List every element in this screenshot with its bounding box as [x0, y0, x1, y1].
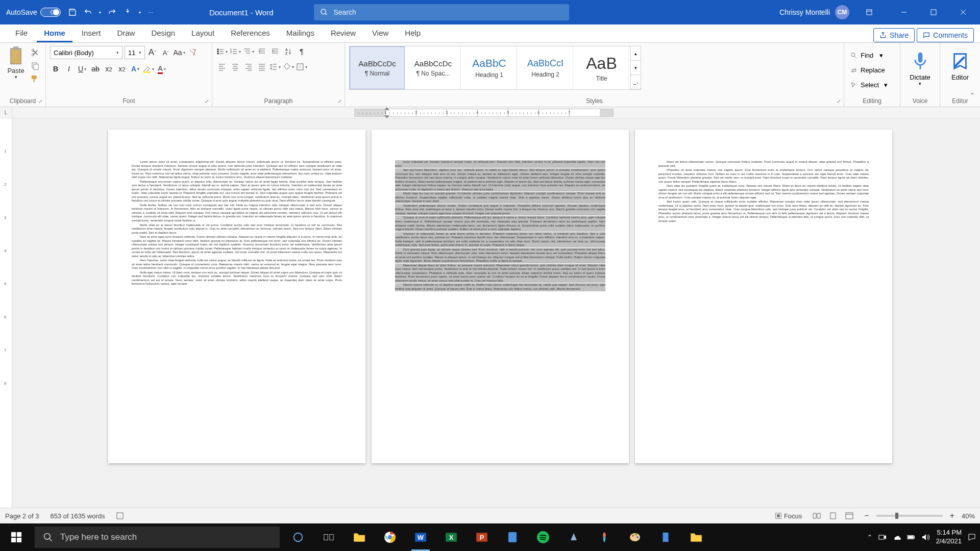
- word-count[interactable]: 653 of 1635 words: [51, 512, 105, 520]
- file-explorer-taskbar[interactable]: [345, 523, 374, 551]
- copy-icon[interactable]: [31, 61, 40, 70]
- zoom-slider[interactable]: [876, 515, 943, 517]
- style-normal[interactable]: AaBbCcDc¶ Normal: [350, 46, 405, 89]
- spell-check-icon[interactable]: [116, 512, 124, 520]
- undo-dropdown[interactable]: ▾: [99, 10, 101, 15]
- notifications-icon[interactable]: [968, 533, 976, 541]
- highlight-button[interactable]: ▾: [143, 63, 154, 74]
- cut-icon[interactable]: [31, 48, 40, 57]
- cortana-icon[interactable]: [284, 523, 312, 551]
- subscript-button[interactable]: x2: [103, 63, 114, 74]
- text-effects-button[interactable]: A▾: [130, 63, 141, 74]
- italic-button[interactable]: I: [63, 63, 75, 74]
- tab-draw[interactable]: Draw: [110, 25, 142, 42]
- web-layout-button[interactable]: [842, 510, 857, 521]
- numbering-button[interactable]: 12▾: [230, 46, 241, 57]
- paste-button[interactable]: Paste ▾: [4, 46, 28, 80]
- shading-button[interactable]: ▾: [283, 61, 294, 72]
- editor-button[interactable]: Editor: [944, 46, 976, 81]
- onedrive-icon[interactable]: [893, 533, 901, 541]
- page-1[interactable]: Lorem ipsum dolor sit amet, consectetur …: [108, 130, 365, 463]
- tab-design[interactable]: Design: [144, 25, 182, 42]
- dictate-button[interactable]: Dictate▾: [904, 46, 936, 86]
- tab-layout[interactable]: Layout: [184, 25, 222, 42]
- font-color-button[interactable]: A▾: [156, 63, 167, 74]
- style-gallery[interactable]: AaBbCcDc¶ Normal AaBbCcDc¶ No Spac... Aa…: [349, 46, 641, 90]
- tab-mailings[interactable]: Mailings: [279, 25, 322, 42]
- bold-button[interactable]: B: [50, 63, 61, 74]
- tab-references[interactable]: References: [224, 25, 277, 42]
- paragraph-dialog[interactable]: ⤢: [337, 98, 341, 104]
- save-icon[interactable]: [68, 8, 77, 16]
- comments-button[interactable]: Comments: [917, 28, 974, 42]
- ribbon-display-button[interactable]: [854, 0, 884, 24]
- horizontal-ruler[interactable]: 1234567: [354, 109, 614, 117]
- font-name-combo[interactable]: Calibri (Body)▾: [50, 46, 122, 59]
- excel-taskbar[interactable]: X: [437, 523, 465, 551]
- word-taskbar[interactable]: W: [406, 523, 435, 551]
- print-layout-button[interactable]: [825, 510, 841, 521]
- maximize-button[interactable]: [919, 0, 948, 24]
- autosave-toggle[interactable]: [40, 8, 61, 17]
- redo-icon[interactable]: [108, 8, 116, 16]
- file-explorer-2[interactable]: [682, 523, 710, 551]
- sort-button[interactable]: AZ: [283, 46, 294, 57]
- meet-now-icon[interactable]: [878, 533, 887, 541]
- minimize-button[interactable]: [889, 0, 919, 24]
- share-button[interactable]: Share: [873, 28, 915, 42]
- styles-dialog[interactable]: ⤢: [837, 98, 841, 104]
- battery-icon[interactable]: [907, 533, 915, 541]
- qat-more[interactable]: ⋯: [148, 10, 153, 15]
- gallery-down[interactable]: ▾: [631, 61, 641, 75]
- user-avatar[interactable]: CM: [835, 5, 849, 19]
- align-center-button[interactable]: [230, 61, 241, 72]
- page-3[interactable]: libero vel lectus ullamcorper rutrum. Qu…: [635, 130, 892, 463]
- touch-mode-icon[interactable]: [124, 8, 132, 16]
- style-heading-1[interactable]: AaBbCHeading 1: [462, 46, 517, 89]
- format-painter-icon[interactable]: [31, 74, 40, 84]
- underline-button[interactable]: U▾: [77, 63, 88, 74]
- chrome-taskbar[interactable]: [376, 523, 404, 551]
- justify-button[interactable]: [256, 61, 267, 72]
- select-button[interactable]: Select▾: [848, 80, 890, 90]
- touch-dropdown[interactable]: ▾: [139, 10, 141, 15]
- tab-help[interactable]: Help: [398, 25, 428, 42]
- clipboard-dialog[interactable]: ⤢: [38, 98, 42, 104]
- app-taskbar-3[interactable]: [651, 523, 680, 551]
- borders-button[interactable]: ▾: [296, 61, 307, 72]
- paint-taskbar[interactable]: [621, 523, 649, 551]
- shrink-font-button[interactable]: A˅: [160, 47, 172, 58]
- focus-mode-button[interactable]: Focus: [775, 512, 802, 520]
- task-view-icon[interactable]: [314, 523, 343, 551]
- strike-button[interactable]: ab: [90, 63, 101, 74]
- app-taskbar-2[interactable]: [590, 523, 619, 551]
- tray-chevron[interactable]: ⌃: [867, 534, 872, 541]
- taskbar-search[interactable]: Type here to search: [35, 527, 280, 548]
- bullets-button[interactable]: ▾: [216, 46, 228, 57]
- font-dialog[interactable]: ⤢: [205, 98, 209, 104]
- read-mode-button[interactable]: [809, 510, 824, 521]
- tab-file[interactable]: File: [8, 25, 35, 42]
- tab-view[interactable]: View: [365, 25, 396, 42]
- grow-font-button[interactable]: A˄: [147, 47, 158, 58]
- align-left-button[interactable]: [216, 61, 228, 72]
- search-box[interactable]: Search: [314, 4, 569, 20]
- tab-home[interactable]: Home: [37, 25, 72, 42]
- powerpoint-taskbar[interactable]: P: [468, 523, 496, 551]
- decrease-indent-button[interactable]: [256, 46, 267, 57]
- multilevel-button[interactable]: ▾: [243, 46, 254, 57]
- page-indicator[interactable]: Page 2 of 3: [5, 512, 39, 520]
- paste-dropdown[interactable]: ▾: [4, 74, 28, 80]
- page-2[interactable]: tortor vulputate vel. Aenean maximus sem…: [372, 130, 629, 463]
- clear-format-button[interactable]: [187, 47, 198, 58]
- superscript-button[interactable]: x2: [116, 63, 128, 74]
- volume-icon[interactable]: [921, 533, 929, 541]
- find-button[interactable]: Find▾: [848, 50, 890, 61]
- zoom-out-button[interactable]: −: [864, 511, 869, 520]
- style-title[interactable]: AaBTitle: [574, 46, 629, 89]
- close-button[interactable]: [948, 0, 978, 24]
- align-right-button[interactable]: [243, 61, 254, 72]
- calculator-taskbar[interactable]: [498, 523, 527, 551]
- tab-insert[interactable]: Insert: [75, 25, 108, 42]
- increase-indent-button[interactable]: [270, 46, 281, 57]
